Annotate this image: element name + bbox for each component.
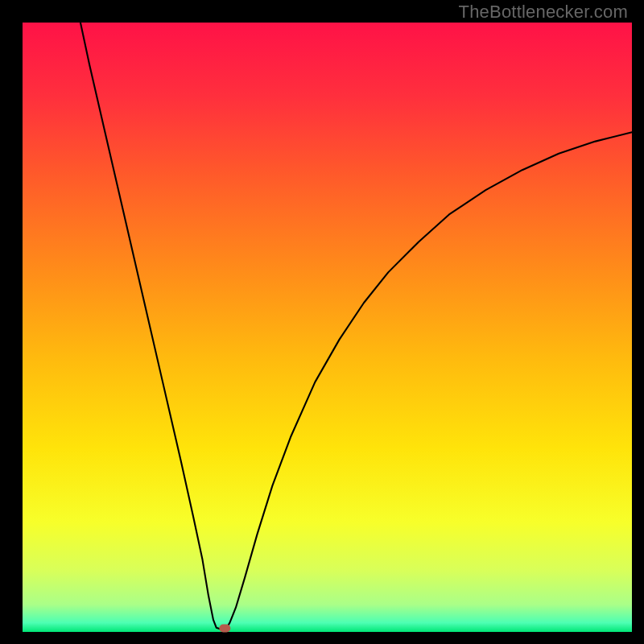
chart-frame: TheBottlenecker.com bbox=[0, 0, 644, 644]
chart-canvas bbox=[0, 0, 644, 644]
plot-background bbox=[23, 23, 632, 632]
current-config-marker bbox=[219, 624, 230, 632]
